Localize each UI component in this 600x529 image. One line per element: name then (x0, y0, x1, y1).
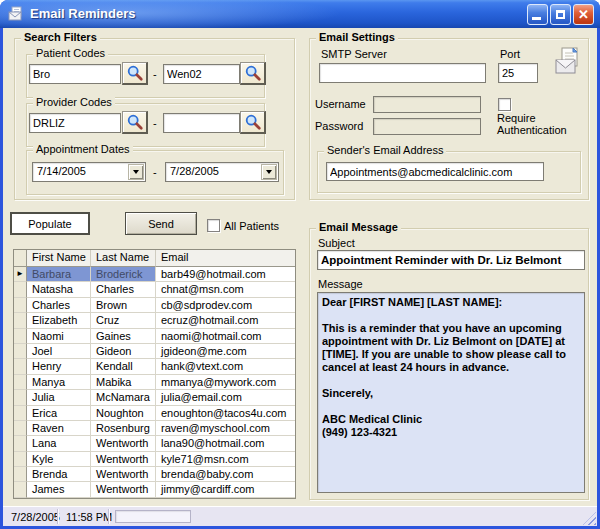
row-selector[interactable] (14, 467, 27, 482)
table-cell[interactable]: Wentworth (91, 482, 156, 497)
table-cell[interactable]: raven@myschool.com (156, 421, 295, 436)
row-selector[interactable] (14, 421, 27, 436)
table-cell[interactable]: Elizabeth (27, 313, 91, 328)
table-row[interactable]: NatashaCharleschnat@msn.com (14, 282, 295, 297)
table-cell[interactable]: Natasha (27, 282, 91, 297)
table-cell[interactable]: ecruz@hotmail.com (156, 313, 295, 328)
table-cell[interactable]: jimmy@cardiff.com (156, 482, 295, 497)
table-cell[interactable]: mmanya@mywork.com (156, 375, 295, 390)
table-row[interactable]: LanaWentworthlana90@hotmail.com (14, 436, 295, 451)
provider-code-from-input[interactable] (29, 113, 121, 133)
table-cell[interactable]: Kyle (27, 452, 91, 467)
table-cell[interactable]: cb@sdprodev.com (156, 298, 295, 313)
table-cell[interactable]: Wentworth (91, 436, 156, 451)
table-row[interactable]: NaomiGainesnaomi@hotmail.com (14, 329, 295, 344)
table-cell[interactable]: Joel (27, 344, 91, 359)
row-selector[interactable] (14, 406, 27, 421)
patient-code-from-lookup-button[interactable] (122, 62, 148, 85)
table-row[interactable]: BrendaWentworthbrenda@baby.com (14, 467, 295, 482)
table-cell[interactable]: Julia (27, 390, 91, 405)
table-row[interactable]: JoelGideonjgideon@me.com (14, 344, 295, 359)
row-selector[interactable] (14, 482, 27, 497)
provider-code-from-lookup-button[interactable] (122, 111, 148, 134)
appointment-date-to-dropdown[interactable]: 7/28/2005 (165, 162, 279, 182)
resize-grip-icon[interactable] (583, 512, 596, 525)
row-selector[interactable] (14, 452, 27, 467)
subject-input[interactable] (317, 250, 585, 270)
patient-code-to-input[interactable] (163, 64, 240, 84)
table-row[interactable]: JuliaMcNamarajulia@email.com (14, 390, 295, 405)
title-bar[interactable]: Email Reminders ✕ (0, 0, 600, 28)
table-cell[interactable]: chnat@msn.com (156, 282, 295, 297)
table-cell[interactable]: kyle71@msn.com (156, 452, 295, 467)
table-cell[interactable]: Wentworth (91, 467, 156, 482)
table-cell[interactable]: Kendall (91, 359, 156, 374)
table-cell[interactable]: Erica (27, 406, 91, 421)
table-cell[interactable]: Brenda (27, 467, 91, 482)
row-selector[interactable] (14, 359, 27, 374)
patients-grid[interactable]: First Name Last Name Email ►BarbaraBrode… (13, 249, 296, 499)
table-row[interactable]: ElizabethCruzecruz@hotmail.com (14, 313, 295, 328)
table-cell[interactable]: Charles (27, 298, 91, 313)
row-selector[interactable] (14, 329, 27, 344)
appointment-date-from-dropdown[interactable]: 7/14/2005 (32, 162, 146, 182)
populate-button[interactable]: Populate (10, 212, 90, 235)
dropdown-button[interactable] (128, 164, 144, 180)
table-cell[interactable]: Barbara (27, 267, 91, 282)
row-selector[interactable] (14, 375, 27, 390)
table-cell[interactable]: naomi@hotmail.com (156, 329, 295, 344)
username-input[interactable] (373, 96, 481, 113)
message-textarea[interactable]: Dear [FIRST NAME] [LAST NAME]: This is a… (317, 292, 585, 493)
table-cell[interactable]: julia@email.com (156, 390, 295, 405)
table-cell[interactable]: James (27, 482, 91, 497)
table-cell[interactable]: Raven (27, 421, 91, 436)
close-button[interactable]: ✕ (573, 4, 594, 25)
patient-code-from-input[interactable] (29, 64, 121, 84)
require-authentication-checkbox[interactable] (498, 98, 511, 111)
dropdown-button[interactable] (261, 164, 277, 180)
table-row[interactable]: ►BarbaraBroderickbarb49@hotmail.com (14, 267, 295, 282)
table-cell[interactable]: enoughton@tacos4u.com (156, 406, 295, 421)
row-selector[interactable] (14, 282, 27, 297)
maximize-button[interactable] (550, 4, 571, 25)
table-cell[interactable]: Rosenburg (91, 421, 156, 436)
table-cell[interactable]: Brown (91, 298, 156, 313)
table-row[interactable]: ManyaMabikammanya@mywork.com (14, 375, 295, 390)
send-button[interactable]: Send (125, 212, 197, 235)
port-input[interactable] (498, 63, 538, 83)
sender-email-input[interactable] (326, 162, 544, 181)
table-cell[interactable]: Lana (27, 436, 91, 451)
table-cell[interactable]: Wentworth (91, 452, 156, 467)
column-header-email[interactable]: Email (156, 250, 295, 267)
table-cell[interactable]: Charles (91, 282, 156, 297)
table-row[interactable]: JamesWentworthjimmy@cardiff.com (14, 482, 295, 497)
table-cell[interactable]: McNamara (91, 390, 156, 405)
row-selector[interactable] (14, 344, 27, 359)
table-cell[interactable]: brenda@baby.com (156, 467, 295, 482)
row-selector[interactable] (14, 390, 27, 405)
table-cell[interactable]: Broderick (91, 267, 156, 282)
provider-code-to-lookup-button[interactable] (240, 111, 266, 134)
smtp-server-input[interactable] (319, 63, 486, 83)
table-cell[interactable]: Henry (27, 359, 91, 374)
password-input[interactable] (373, 118, 481, 135)
row-selector[interactable] (14, 313, 27, 328)
table-cell[interactable]: Gideon (91, 344, 156, 359)
column-header-first-name[interactable]: First Name (27, 250, 91, 267)
table-row[interactable]: KyleWentworthkyle71@msn.com (14, 452, 295, 467)
table-row[interactable]: EricaNoughtonenoughton@tacos4u.com (14, 406, 295, 421)
all-patients-checkbox[interactable] (207, 219, 220, 232)
patient-code-to-lookup-button[interactable] (240, 62, 266, 85)
table-cell[interactable]: hank@vtext.com (156, 359, 295, 374)
table-cell[interactable]: lana90@hotmail.com (156, 436, 295, 451)
row-selector[interactable]: ► (14, 267, 27, 282)
table-row[interactable]: HenryKendallhank@vtext.com (14, 359, 295, 374)
row-selector[interactable] (14, 298, 27, 313)
provider-code-to-input[interactable] (163, 113, 240, 133)
table-cell[interactable]: Noughton (91, 406, 156, 421)
row-selector[interactable] (14, 436, 27, 451)
table-cell[interactable]: Naomi (27, 329, 91, 344)
table-cell[interactable]: jgideon@me.com (156, 344, 295, 359)
table-row[interactable]: RavenRosenburgraven@myschool.com (14, 421, 295, 436)
table-cell[interactable]: Mabika (91, 375, 156, 390)
